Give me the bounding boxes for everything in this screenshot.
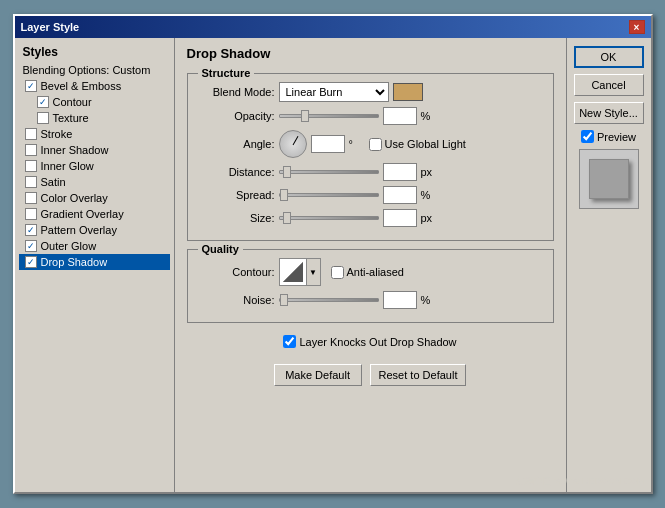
preview-text: Preview: [597, 131, 636, 143]
checkbox-bevel[interactable]: ✓: [25, 80, 37, 92]
checkbox-inner-glow[interactable]: [25, 160, 37, 172]
distance-input[interactable]: 3: [383, 163, 417, 181]
sidebar-item-color-overlay[interactable]: Color Overlay: [19, 190, 170, 206]
opacity-unit: %: [421, 110, 437, 122]
right-panel: OK Cancel New Style... Preview: [566, 38, 651, 492]
sidebar-item-satin[interactable]: Satin: [19, 174, 170, 190]
quality-section: Quality Contour: ▼: [187, 249, 554, 323]
spread-unit: %: [421, 189, 437, 201]
styles-header[interactable]: Styles: [19, 42, 170, 62]
sidebar-item-inner-glow[interactable]: Inner Glow: [19, 158, 170, 174]
drop-shadow-title: Drop Shadow: [187, 46, 554, 61]
anti-aliased-text: Anti-aliased: [347, 266, 404, 278]
distance-slider-track[interactable]: [279, 170, 379, 174]
checkbox-texture[interactable]: [37, 112, 49, 124]
size-row: Size: 3 px: [200, 209, 541, 227]
preview-inner: [589, 159, 629, 199]
noise-input[interactable]: 0: [383, 291, 417, 309]
structure-label: Structure: [198, 67, 255, 79]
blend-mode-select[interactable]: NormalDissolveDarkenMultiplyColor BurnLi…: [279, 82, 389, 102]
ok-button[interactable]: OK: [574, 46, 644, 68]
checkbox-satin[interactable]: [25, 176, 37, 188]
angle-dial[interactable]: [279, 130, 307, 158]
noise-unit: %: [421, 294, 437, 306]
sidebar-item-contour[interactable]: ✓Contour: [19, 94, 170, 110]
reset-default-button[interactable]: Reset to Default: [370, 364, 467, 386]
preview-checkbox[interactable]: [581, 130, 594, 143]
new-style-button[interactable]: New Style...: [574, 102, 644, 124]
make-default-button[interactable]: Make Default: [274, 364, 362, 386]
main-panel: Drop Shadow Structure Blend Mode: Normal…: [175, 38, 566, 492]
contour-button[interactable]: ▼: [279, 258, 321, 286]
angle-label: Angle:: [200, 138, 275, 150]
sidebar-item-drop-shadow[interactable]: ✓Drop Shadow: [19, 254, 170, 270]
layer-knock-row: Layer Knocks Out Drop Shadow: [187, 335, 554, 348]
spread-label: Spread:: [200, 189, 275, 201]
noise-slider-thumb[interactable]: [280, 294, 288, 306]
checkbox-color-overlay[interactable]: [25, 192, 37, 204]
checkbox-drop-shadow[interactable]: ✓: [25, 256, 37, 268]
size-slider-track[interactable]: [279, 216, 379, 220]
size-input[interactable]: 3: [383, 209, 417, 227]
distance-label: Distance:: [200, 166, 275, 178]
sidebar-item-label-drop-shadow: Drop Shadow: [41, 256, 108, 268]
close-button[interactable]: ×: [629, 20, 645, 34]
angle-unit: °: [349, 138, 365, 150]
contour-row: Contour: ▼ Anti-aliased: [200, 258, 541, 286]
checkbox-inner-shadow[interactable]: [25, 144, 37, 156]
checkbox-stroke[interactable]: [25, 128, 37, 140]
preview-label: Preview: [581, 130, 636, 143]
contour-label: Contour:: [200, 266, 275, 278]
opacity-slider-track[interactable]: [279, 114, 379, 118]
sidebar-item-label-contour: Contour: [53, 96, 92, 108]
cancel-button[interactable]: Cancel: [574, 74, 644, 96]
bottom-buttons: Make Default Reset to Default: [187, 364, 554, 386]
spread-slider-thumb[interactable]: [280, 189, 288, 201]
sidebar-item-outer-glow[interactable]: ✓Outer Glow: [19, 238, 170, 254]
checkbox-gradient-overlay[interactable]: [25, 208, 37, 220]
sidebar-item-bevel[interactable]: ✓Bevel & Emboss: [19, 78, 170, 94]
contour-dropdown-arrow[interactable]: ▼: [307, 258, 321, 286]
spread-slider-track[interactable]: [279, 193, 379, 197]
blend-mode-label: Blend Mode:: [200, 86, 275, 98]
sidebar-item-inner-shadow[interactable]: Inner Shadow: [19, 142, 170, 158]
blending-options[interactable]: Blending Options: Custom: [19, 62, 170, 78]
size-label: Size:: [200, 212, 275, 224]
distance-unit: px: [421, 166, 437, 178]
contour-preview[interactable]: [279, 258, 307, 286]
layer-knock-checkbox[interactable]: [283, 335, 296, 348]
spread-input[interactable]: 0: [383, 186, 417, 204]
opacity-slider-thumb[interactable]: [301, 110, 309, 122]
size-slider-thumb[interactable]: [283, 212, 291, 224]
distance-slider-thumb[interactable]: [283, 166, 291, 178]
sidebar-item-label-outer-glow: Outer Glow: [41, 240, 97, 252]
opacity-input[interactable]: 25: [383, 107, 417, 125]
layer-knock-label: Layer Knocks Out Drop Shadow: [283, 335, 456, 348]
sidebar-item-label-gradient-overlay: Gradient Overlay: [41, 208, 124, 220]
checkbox-outer-glow[interactable]: ✓: [25, 240, 37, 252]
sidebar-item-label-bevel: Bevel & Emboss: [41, 80, 122, 92]
sidebar-item-pattern-overlay[interactable]: ✓Pattern Overlay: [19, 222, 170, 238]
blend-mode-row: Blend Mode: NormalDissolveDarkenMultiply…: [200, 82, 541, 102]
noise-slider-track[interactable]: [279, 298, 379, 302]
anti-aliased-checkbox[interactable]: [331, 266, 344, 279]
title-bar: Layer Style ×: [15, 16, 651, 38]
angle-input[interactable]: 120: [311, 135, 345, 153]
opacity-row: Opacity: 25 %: [200, 107, 541, 125]
use-global-light-text: Use Global Light: [385, 138, 466, 150]
blend-color-swatch[interactable]: [393, 83, 423, 101]
sidebar-item-label-pattern-overlay: Pattern Overlay: [41, 224, 117, 236]
sidebar-item-stroke[interactable]: Stroke: [19, 126, 170, 142]
checkbox-pattern-overlay[interactable]: ✓: [25, 224, 37, 236]
noise-row: Noise: 0 %: [200, 291, 541, 309]
layer-style-dialog: Layer Style × Styles Blending Options: C…: [13, 14, 653, 494]
quality-label: Quality: [198, 243, 243, 255]
sidebar-item-label-inner-shadow: Inner Shadow: [41, 144, 109, 156]
use-global-light-checkbox[interactable]: [369, 138, 382, 151]
spread-row: Spread: 0 %: [200, 186, 541, 204]
sidebar-item-texture[interactable]: Texture: [19, 110, 170, 126]
use-global-light-label: Use Global Light: [369, 138, 466, 151]
checkbox-contour[interactable]: ✓: [37, 96, 49, 108]
sidebar-item-gradient-overlay[interactable]: Gradient Overlay: [19, 206, 170, 222]
angle-row: Angle: 120 ° Use Global Light: [200, 130, 541, 158]
